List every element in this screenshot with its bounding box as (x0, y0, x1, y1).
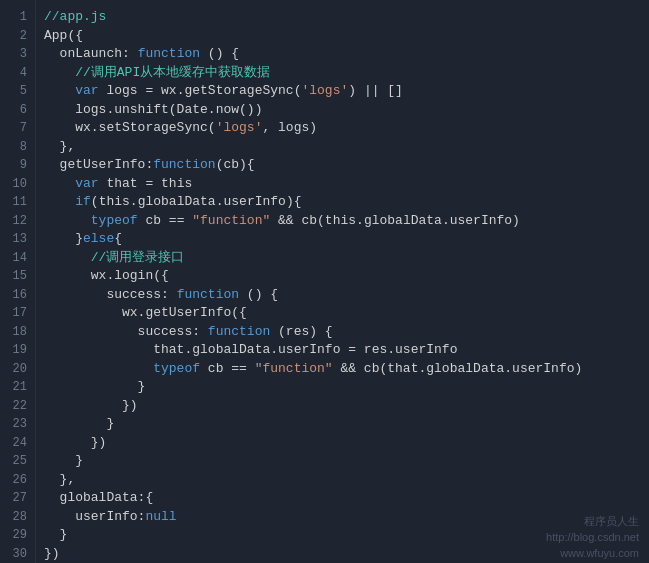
code-viewer: 1234567891011121314151617181920212223242… (0, 0, 649, 563)
line-number: 7 (0, 119, 35, 138)
code-token: function (138, 46, 200, 61)
code-content[interactable]: //app.jsApp({ onLaunch: function () { //… (36, 0, 649, 563)
code-token: }) (44, 398, 138, 413)
code-token: ) || [] (348, 83, 403, 98)
code-line: App({ (44, 27, 649, 46)
line-number: 22 (0, 397, 35, 416)
code-token: //调用API从本地缓存中获取数据 (44, 65, 270, 80)
line-number: 5 (0, 82, 35, 101)
code-line: wx.login({ (44, 267, 649, 286)
line-number: 2 (0, 27, 35, 46)
code-token: wx.getUserInfo({ (44, 305, 247, 320)
code-token: }) (44, 546, 60, 561)
code-line: } (44, 378, 649, 397)
code-token: logs.unshift(Date.now()) (44, 102, 262, 117)
code-line: that.globalData.userInfo = res.userInfo (44, 341, 649, 360)
line-number: 11 (0, 193, 35, 212)
code-token: () { (200, 46, 239, 61)
code-token: else (83, 231, 114, 246)
line-number: 13 (0, 230, 35, 249)
code-line: userInfo:null (44, 508, 649, 527)
line-number: 20 (0, 360, 35, 379)
code-token: that = (99, 176, 161, 191)
code-token: wx.setStorageSync( (44, 120, 216, 135)
line-number: 26 (0, 471, 35, 490)
line-number: 17 (0, 304, 35, 323)
code-token: } (44, 379, 145, 394)
code-token: function (208, 324, 270, 339)
code-token: getUserInfo: (44, 157, 153, 172)
code-token: success: (44, 287, 177, 302)
code-token: typeof (91, 213, 138, 228)
code-token: .globalData.userInfo){ (130, 194, 302, 209)
code-token: (cb){ (216, 157, 255, 172)
code-token: (res) { (270, 324, 332, 339)
code-line: success: function () { (44, 286, 649, 305)
line-number: 24 (0, 434, 35, 453)
code-token: //调用登录接口 (44, 250, 184, 265)
line-number: 18 (0, 323, 35, 342)
code-line: typeof cb == "function" && cb(that.globa… (44, 360, 649, 379)
code-token: } (44, 453, 83, 468)
code-line: success: function (res) { (44, 323, 649, 342)
code-line: wx.getUserInfo({ (44, 304, 649, 323)
code-line: //调用登录接口 (44, 249, 649, 268)
line-number: 25 (0, 452, 35, 471)
code-token (44, 176, 75, 191)
line-number: 4 (0, 64, 35, 83)
code-line: //app.js (44, 8, 649, 27)
code-line: }, (44, 471, 649, 490)
line-number: 10 (0, 175, 35, 194)
code-line: }) (44, 545, 649, 564)
code-line: getUserInfo:function(cb){ (44, 156, 649, 175)
code-token: "function" (255, 361, 333, 376)
code-token: App({ (44, 28, 83, 43)
code-line: globalData:{ (44, 489, 649, 508)
code-line: } (44, 526, 649, 545)
code-line: onLaunch: function () { (44, 45, 649, 64)
code-token: that.globalData.userInfo = res.userInfo (44, 342, 457, 357)
code-token: var (75, 176, 98, 191)
code-line: } (44, 452, 649, 471)
line-number: 28 (0, 508, 35, 527)
code-line: var logs = wx.getStorageSync('logs') || … (44, 82, 649, 101)
code-token: cb == (138, 213, 193, 228)
line-number: 15 (0, 267, 35, 286)
line-number: 3 (0, 45, 35, 64)
code-token: } (44, 231, 83, 246)
code-token: this (161, 176, 192, 191)
code-token: cb == (200, 361, 255, 376)
code-token: "function" (192, 213, 270, 228)
code-token: } (44, 416, 114, 431)
line-number: 14 (0, 249, 35, 268)
code-token (44, 83, 75, 98)
line-number: 12 (0, 212, 35, 231)
line-number: 19 (0, 341, 35, 360)
line-number: 23 (0, 415, 35, 434)
code-token: ( (91, 194, 99, 209)
code-line: } (44, 415, 649, 434)
line-number: 16 (0, 286, 35, 305)
code-token: && cb(that.globalData.userInfo) (333, 361, 583, 376)
code-token: logs = wx.getStorageSync( (99, 83, 302, 98)
code-token: function (153, 157, 215, 172)
code-token: , logs) (262, 120, 317, 135)
line-number: 8 (0, 138, 35, 157)
line-numbers: 1234567891011121314151617181920212223242… (0, 0, 36, 563)
line-number: 30 (0, 545, 35, 564)
code-token: }, (44, 472, 75, 487)
code-token: }, (44, 139, 75, 154)
code-token: function (177, 287, 239, 302)
code-line: if(this.globalData.userInfo){ (44, 193, 649, 212)
code-token: 'logs' (216, 120, 263, 135)
code-token: && cb( (270, 213, 325, 228)
line-number: 21 (0, 378, 35, 397)
code-token: //app.js (44, 9, 106, 24)
code-token: } (44, 527, 67, 542)
line-number: 6 (0, 101, 35, 120)
code-line: typeof cb == "function" && cb(this.globa… (44, 212, 649, 231)
code-line: }) (44, 434, 649, 453)
code-token: var (75, 83, 98, 98)
code-token: onLaunch: (44, 46, 138, 61)
line-number: 1 (0, 8, 35, 27)
